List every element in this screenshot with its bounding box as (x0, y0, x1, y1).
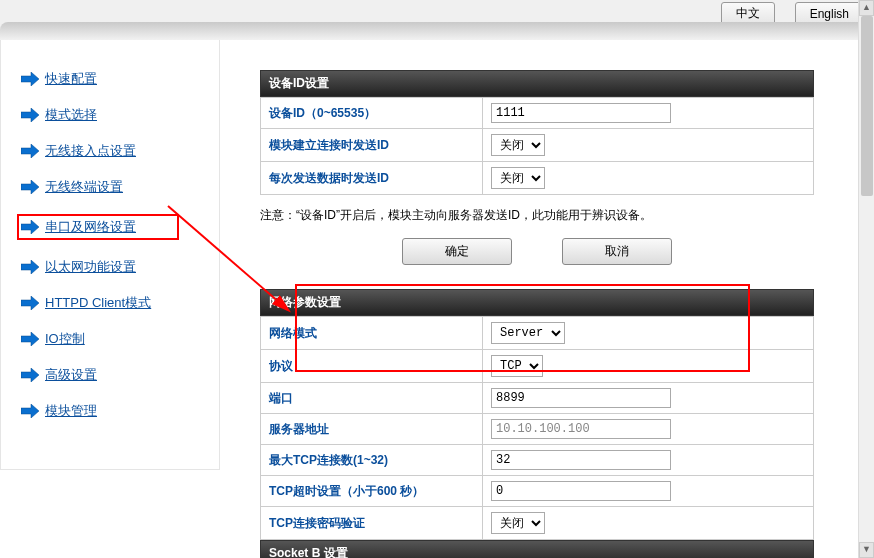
sidebar-link-label: 快速配置 (45, 70, 97, 88)
svg-marker-3 (21, 180, 39, 194)
content-area: 设备ID设置 设备ID（0~65535） 模块建立连接时发送ID 关闭 每次发送… (220, 40, 874, 558)
label-proto: 协议 (261, 350, 483, 383)
vertical-scrollbar[interactable]: ▲ ▼ (858, 0, 874, 558)
svg-marker-2 (21, 144, 39, 158)
sidebar-link-label: HTTPD Client模式 (45, 294, 151, 312)
sidebar-item-io-control[interactable]: IO控制 (21, 330, 219, 348)
ok-button[interactable]: 确定 (402, 238, 512, 265)
arrow-right-icon (21, 144, 39, 158)
tcp-pwd-select[interactable]: 关闭 (491, 512, 545, 534)
svg-marker-1 (21, 108, 39, 122)
svg-marker-7 (21, 332, 39, 346)
network-table: 网络模式 Server 协议 TCP 端口 服务器地址 最大TCP连接数(1~3… (260, 316, 814, 540)
sidebar-link-label: 模块管理 (45, 402, 97, 420)
sidebar-link-label: 无线接入点设置 (45, 142, 136, 160)
device-id-input[interactable] (491, 103, 671, 123)
sidebar-link-label: 模式选择 (45, 106, 97, 124)
scrollbar-down-button[interactable]: ▼ (859, 542, 874, 558)
label-device-id: 设备ID（0~65535） (261, 98, 483, 129)
device-id-note: 注意：“设备ID”开启后，模块主动向服务器发送ID，此功能用于辨识设备。 (260, 207, 814, 224)
server-addr-input (491, 419, 671, 439)
label-send-id-connect: 模块建立连接时发送ID (261, 129, 483, 162)
send-id-connect-select[interactable]: 关闭 (491, 134, 545, 156)
arrow-right-icon (21, 368, 39, 382)
sidebar-item-ethernet[interactable]: 以太网功能设置 (21, 258, 219, 276)
scrollbar-up-button[interactable]: ▲ (859, 0, 874, 16)
send-id-each-select[interactable]: 关闭 (491, 167, 545, 189)
device-id-table: 设备ID（0~65535） 模块建立连接时发送ID 关闭 每次发送数据时发送ID… (260, 97, 814, 195)
arrow-right-icon (21, 332, 39, 346)
svg-marker-8 (21, 368, 39, 382)
sidebar-item-sta-settings[interactable]: 无线终端设置 (21, 178, 219, 196)
svg-marker-6 (21, 296, 39, 310)
svg-marker-9 (21, 404, 39, 418)
label-tcp-pwd: TCP连接密码验证 (261, 507, 483, 540)
sidebar: 快速配置 模式选择 无线接入点设置 无线终端设置 串口及网络设置 以太网功能设置… (0, 40, 220, 470)
max-tcp-input[interactable] (491, 450, 671, 470)
scrollbar-thumb[interactable] (861, 16, 873, 196)
proto-select[interactable]: TCP (491, 355, 543, 377)
sidebar-link-label: IO控制 (45, 330, 85, 348)
section-title-socket-b: Socket B 设置 (260, 540, 814, 558)
sidebar-link-label: 高级设置 (45, 366, 97, 384)
sidebar-item-module-manage[interactable]: 模块管理 (21, 402, 219, 420)
tcp-timeout-input[interactable] (491, 481, 671, 501)
section-title-network: 网络参数设置 (260, 289, 814, 316)
label-tcp-timeout: TCP超时设置（小于600 秒） (261, 476, 483, 507)
sidebar-item-ap-settings[interactable]: 无线接入点设置 (21, 142, 219, 160)
arrow-right-icon (21, 180, 39, 194)
arrow-right-icon (21, 296, 39, 310)
label-max-tcp: 最大TCP连接数(1~32) (261, 445, 483, 476)
svg-marker-4 (21, 220, 39, 234)
arrow-right-icon (21, 220, 39, 234)
label-net-mode: 网络模式 (261, 317, 483, 350)
arrow-right-icon (21, 108, 39, 122)
net-mode-select[interactable]: Server (491, 322, 565, 344)
arrow-right-icon (21, 260, 39, 274)
arrow-right-icon (21, 72, 39, 86)
sidebar-link-label: 以太网功能设置 (45, 258, 136, 276)
label-server-addr: 服务器地址 (261, 414, 483, 445)
sidebar-item-quick-config[interactable]: 快速配置 (21, 70, 219, 88)
svg-marker-0 (21, 72, 39, 86)
port-input[interactable] (491, 388, 671, 408)
sidebar-item-httpd-client[interactable]: HTTPD Client模式 (21, 294, 219, 312)
svg-marker-5 (21, 260, 39, 274)
sidebar-item-advanced[interactable]: 高级设置 (21, 366, 219, 384)
sidebar-item-mode-select[interactable]: 模式选择 (21, 106, 219, 124)
sidebar-link-label: 无线终端设置 (45, 178, 123, 196)
arrow-right-icon (21, 404, 39, 418)
section-title-device-id: 设备ID设置 (260, 70, 814, 97)
sidebar-item-serial-network[interactable]: 串口及网络设置 (17, 214, 179, 240)
label-send-id-each: 每次发送数据时发送ID (261, 162, 483, 195)
cancel-button[interactable]: 取消 (562, 238, 672, 265)
sidebar-link-label: 串口及网络设置 (45, 218, 136, 236)
label-port: 端口 (261, 383, 483, 414)
